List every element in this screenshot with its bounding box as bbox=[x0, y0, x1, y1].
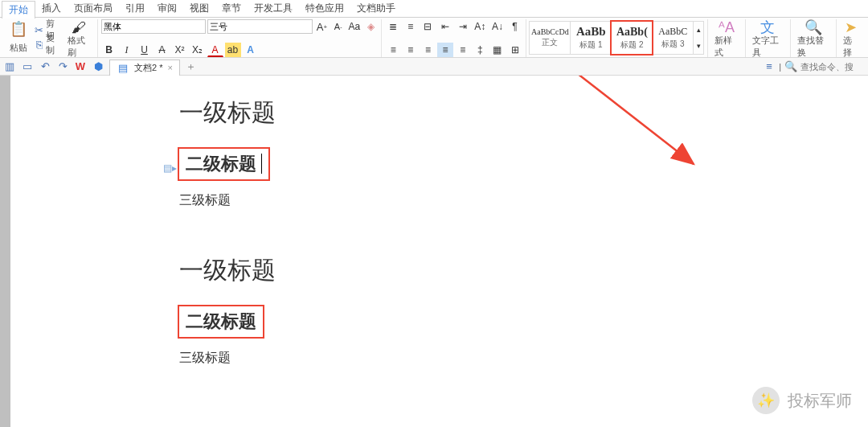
page-area[interactable]: 一级标题 ▤▸ 二级标题 三级标题 一级标题 二级标题 三级标题 ✨ 投标军师 bbox=[10, 76, 868, 427]
decrease-font-button[interactable]: A- bbox=[331, 19, 346, 34]
group-styles: AaBbCcDd 正文 AaBb 标题 1 AaBb( 标题 2 AaBbC 标… bbox=[526, 19, 708, 57]
tab-special[interactable]: 特色应用 bbox=[299, 0, 350, 17]
numbering-button[interactable]: ≡ bbox=[403, 19, 419, 34]
italic-button[interactable]: I bbox=[119, 43, 135, 57]
group-newstyle: ᴬA 新样式 bbox=[708, 19, 745, 57]
redo-button[interactable]: ↷ bbox=[56, 60, 69, 73]
search-icon-small[interactable]: 🔍 bbox=[784, 60, 797, 73]
style-heading3[interactable]: AaBbC 标题 3 bbox=[652, 21, 694, 55]
select-label: 选择 bbox=[843, 35, 858, 59]
superscript-button[interactable]: X² bbox=[172, 43, 188, 57]
copy-icon: ⎘ bbox=[34, 38, 44, 51]
divider: | bbox=[779, 62, 781, 72]
document-tab[interactable]: ▤ 文档2 * × bbox=[109, 60, 180, 76]
tab-start[interactable]: 开始 bbox=[2, 1, 35, 18]
document-tab-bar: ▥ ▭ ↶ ↷ W ⬢ ▤ 文档2 * × ＋ ≡ | 🔍 bbox=[0, 58, 868, 76]
format-painter-button[interactable]: 🖌 格式刷 bbox=[64, 19, 94, 55]
menu-tabs: 开始 插入 页面布局 引用 审阅 视图 章节 开发工具 特色应用 文档助手 bbox=[0, 0, 868, 18]
change-case-button[interactable]: Aa bbox=[347, 19, 362, 34]
heading-2-text: 二级标题 bbox=[186, 154, 256, 174]
new-style-icon: ᴬA bbox=[719, 20, 735, 35]
group-texttool: 文 文字工具 bbox=[746, 19, 791, 57]
text-effects-button[interactable]: A bbox=[243, 43, 259, 57]
subscript-button[interactable]: X₂ bbox=[190, 43, 206, 57]
tab-dev[interactable]: 开发工具 bbox=[248, 0, 299, 17]
styles-gallery: AaBbCcDd 正文 AaBb 标题 1 AaBb( 标题 2 AaBbC 标… bbox=[530, 21, 704, 55]
workspace: 一级标题 ▤▸ 二级标题 三级标题 一级标题 二级标题 三级标题 ✨ 投标军师 bbox=[0, 76, 868, 427]
group-clipboard: 📋 粘贴 ✂剪切 ⎘复制 🖌 格式刷 bbox=[3, 19, 98, 57]
borders-button[interactable]: ⊞ bbox=[507, 43, 523, 57]
menu-icon[interactable]: ≡ bbox=[763, 60, 776, 73]
heading-2-selected[interactable]: 二级标题 bbox=[179, 306, 263, 337]
align-justify-button[interactable]: ≡ bbox=[437, 43, 453, 57]
heading-3[interactable]: 三级标题 bbox=[179, 192, 621, 209]
copy-button[interactable]: ⎘复制 bbox=[32, 37, 63, 51]
tab-view[interactable]: 视图 bbox=[183, 0, 215, 17]
style-sample-text: AaBbCcDd bbox=[531, 27, 569, 36]
show-marks-button[interactable]: ¶ bbox=[507, 19, 523, 34]
doc-tab-title: 文档2 * bbox=[134, 62, 162, 74]
group-find: 🔍 查找替换 bbox=[791, 19, 836, 57]
paste-label: 粘贴 bbox=[10, 42, 27, 54]
styles-expand[interactable]: ▾ bbox=[694, 38, 703, 54]
bullets-button[interactable]: ≣ bbox=[385, 19, 401, 34]
undo-button[interactable]: ↶ bbox=[39, 60, 51, 73]
heading-3[interactable]: 三级标题 bbox=[179, 350, 621, 367]
sort-button[interactable]: A↓ bbox=[489, 19, 506, 34]
multilevel-button[interactable]: ⊟ bbox=[420, 19, 436, 34]
heading-1[interactable]: 一级标题 bbox=[179, 254, 621, 287]
command-search-input[interactable] bbox=[800, 62, 865, 72]
page-content: 一级标题 ▤▸ 二级标题 三级标题 一级标题 二级标题 三级标题 bbox=[59, 76, 621, 367]
align-center-button[interactable]: ≡ bbox=[403, 43, 419, 57]
select-button[interactable]: ➤ 选择 bbox=[840, 19, 862, 55]
new-tab-button[interactable]: ＋ bbox=[185, 60, 198, 73]
clear-format-button[interactable]: ◈ bbox=[363, 19, 378, 34]
line-spacing-button[interactable]: ‡ bbox=[472, 43, 488, 57]
text-tool-icon: 文 bbox=[760, 20, 775, 35]
increase-font-button[interactable]: A+ bbox=[314, 19, 329, 34]
find-replace-button[interactable]: 🔍 查找替换 bbox=[794, 19, 832, 55]
new-style-button[interactable]: ᴬA 新样式 bbox=[711, 19, 741, 55]
shading-button[interactable]: ▦ bbox=[489, 43, 506, 57]
underline-button[interactable]: U bbox=[137, 43, 153, 57]
style-label-text: 正文 bbox=[542, 37, 558, 48]
paste-button[interactable]: 📋 粘贴 bbox=[6, 19, 31, 55]
heading-2-selected[interactable]: 二级标题 bbox=[179, 149, 268, 179]
tab-review[interactable]: 审阅 bbox=[151, 0, 183, 17]
tab-helper[interactable]: 文档助手 bbox=[350, 0, 402, 17]
decrease-indent-button[interactable]: ⇤ bbox=[437, 19, 453, 34]
copy-label: 复制 bbox=[46, 32, 61, 56]
doc-icon: ▤ bbox=[117, 61, 129, 74]
align-right-button[interactable]: ≡ bbox=[420, 43, 436, 57]
bookmark-icon[interactable]: ▭ bbox=[21, 60, 34, 73]
nav-pane-icon[interactable]: ▥ bbox=[3, 60, 16, 73]
style-normal[interactable]: AaBbCcDd 正文 bbox=[529, 21, 571, 55]
tab-layout[interactable]: 页面布局 bbox=[68, 0, 119, 17]
tab-ref[interactable]: 引用 bbox=[119, 0, 151, 17]
tab-insert[interactable]: 插入 bbox=[35, 0, 68, 17]
group-font: A+ A- Aa ◈ B I U A X² X₂ A ab A bbox=[98, 19, 383, 57]
increase-indent-button[interactable]: ⇥ bbox=[455, 19, 471, 34]
tab-chapter[interactable]: 章节 bbox=[215, 0, 248, 17]
align-left-button[interactable]: ≡ bbox=[385, 43, 401, 57]
paste-icon: 📋 bbox=[10, 20, 27, 38]
text-tool-button[interactable]: 文 文字工具 bbox=[749, 19, 787, 55]
font-color-button[interactable]: A bbox=[207, 43, 223, 57]
close-tab-button[interactable]: × bbox=[167, 63, 172, 72]
highlight-button[interactable]: ab bbox=[225, 43, 241, 57]
style-label-text: 标题 3 bbox=[661, 39, 684, 50]
align-distribute-button[interactable]: ≡ bbox=[455, 43, 471, 57]
font-name-select[interactable] bbox=[101, 19, 207, 34]
nav-pane-toggle-icon[interactable]: ▤▸ bbox=[163, 162, 177, 174]
cloud-icon[interactable]: ⬢ bbox=[92, 60, 104, 73]
bold-button[interactable]: B bbox=[101, 43, 117, 57]
heading-1[interactable]: 一级标题 bbox=[179, 96, 621, 129]
style-heading1[interactable]: AaBb 标题 1 bbox=[570, 21, 612, 55]
watermark: ✨ 投标军师 bbox=[752, 387, 852, 414]
styles-scroll-up[interactable]: ▴ bbox=[694, 22, 703, 38]
strike-button[interactable]: A bbox=[154, 43, 170, 57]
asian-layout-button[interactable]: A↕ bbox=[472, 19, 488, 34]
brush-icon: 🖌 bbox=[72, 20, 86, 35]
style-heading2[interactable]: AaBb( 标题 2 bbox=[611, 21, 653, 55]
font-size-select[interactable] bbox=[207, 19, 313, 34]
